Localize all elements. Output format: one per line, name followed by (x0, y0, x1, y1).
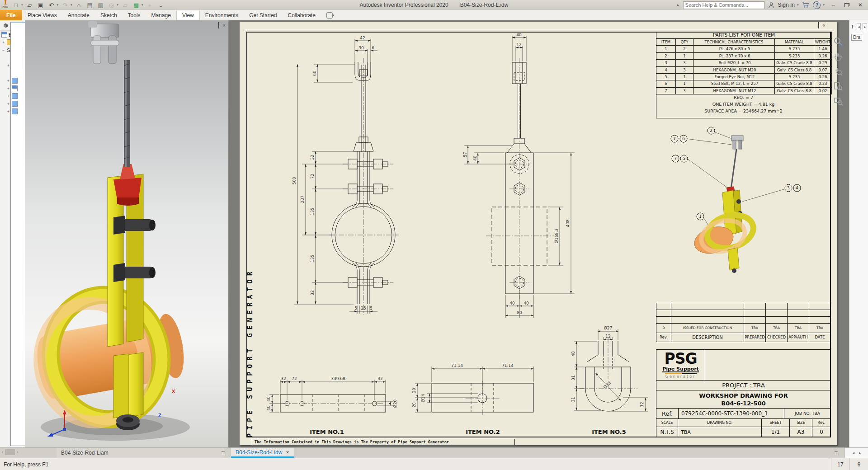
parts-list-row: 4 3 HEXAGONAL NUT M20 Galv. CS Class 8.8… (656, 67, 831, 74)
balloon: 4 (793, 184, 801, 192)
cart-icon[interactable] (802, 2, 809, 8)
browser-model-icon[interactable] (3, 23, 9, 28)
search-input[interactable] (683, 1, 764, 9)
person-icon (768, 2, 774, 8)
expand-icon[interactable]: + (6, 109, 10, 114)
model-3d-viewport[interactable]: X Z × (25, 20, 229, 447)
dim-label: 40 (266, 396, 271, 401)
tab-collaborate[interactable]: Collaborate (283, 10, 321, 20)
app-title: Autodesk Inventor Professional 2020 (360, 2, 448, 8)
tab-get-started[interactable]: Get Started (244, 10, 282, 20)
workshop-row: WORKSHOP DRAWING FOR B04-6-12-500 (656, 390, 831, 408)
collapse-icon[interactable]: − (1, 48, 5, 52)
drawing-viewport[interactable]: PIPE SUPPORT GENERATOR (229, 20, 849, 447)
move-icon[interactable]: + (146, 1, 154, 9)
tab-file[interactable]: File (0, 10, 22, 20)
redo-dropdown-icon[interactable]: ▾ (71, 3, 72, 7)
svg-text:2D: 2D (839, 43, 843, 47)
pipe-support-3d-model (25, 20, 228, 447)
doc-tab-drawing[interactable]: B04-Size-Rod-Lidw × (231, 448, 294, 458)
help-icon[interactable]: ? (813, 1, 821, 9)
redo-icon[interactable]: ↷ (61, 1, 69, 9)
appearance-icon[interactable]: ▩ (132, 1, 140, 9)
undo-icon[interactable]: ↶ (47, 1, 56, 9)
expand-icon[interactable]: + (6, 102, 10, 106)
drawing-window-close-icon[interactable]: × (823, 23, 826, 28)
tab-menu-icon[interactable]: ≡ (221, 449, 225, 456)
cell: 0.26 (814, 74, 831, 80)
parts-list-title: PARTS LIST FOR ONE ITEM (656, 32, 831, 39)
dim-label: 32 (310, 290, 315, 295)
doc-tab-model[interactable]: B04-Size-Rod-Liam (57, 448, 224, 458)
new-file-icon[interactable]: □ (12, 1, 20, 9)
bolt-lower-icon (116, 414, 140, 430)
disclaimer-bar: The Information Contained in This Drawin… (252, 439, 515, 445)
new-file-dropdown-icon[interactable]: ▾ (21, 3, 23, 7)
drawing-sheet[interactable]: PIPE SUPPORT GENERATOR (240, 22, 837, 445)
expand-icon[interactable]: + (6, 94, 10, 99)
pan-hand-icon[interactable] (832, 51, 844, 62)
sheet-next-icon[interactable]: ▸ (859, 451, 861, 455)
cell: 0.23 (814, 80, 831, 87)
panel-title-truncated: F (852, 24, 855, 29)
tab-scroll-left-icon[interactable]: ‹ (2, 450, 3, 455)
zoom-2d-icon[interactable]: 2D (832, 36, 844, 47)
zoom-window-icon[interactable] (832, 95, 844, 107)
expand-icon[interactable]: + (6, 86, 10, 91)
browser-child-item[interactable] (0, 69, 25, 77)
ribbon-options-icon[interactable]: ▾ (321, 10, 340, 20)
balloon: 5 (680, 155, 688, 163)
quick-access-toolbar: IPRO □▾ ▱ ▣ ↶▾ ↷▾ ⌂ ▤ ▥ ◎▾ ▱ ▩▾ + ⌄ (0, 1, 165, 9)
zoom-plus-icon[interactable] (832, 66, 844, 77)
zoom-sheet-icon[interactable] (832, 80, 844, 92)
update-icon[interactable]: ▱ (121, 1, 129, 9)
help-dropdown-icon[interactable]: ▾ (823, 3, 825, 7)
tab-place-views[interactable]: Place Views (22, 10, 62, 20)
expand-icon[interactable]: + (6, 63, 10, 68)
tab-sketch[interactable]: Sketch (95, 10, 123, 20)
tab-annotate[interactable]: Annotate (62, 10, 95, 20)
sheet-settings-icon[interactable]: ▥ (97, 1, 105, 9)
cell: 6 (656, 80, 676, 87)
sign-in-dropdown-icon[interactable]: ▾ (797, 3, 799, 7)
print-icon[interactable]: ▤ (86, 1, 94, 9)
model-window-restore-icon[interactable] (218, 23, 219, 28)
sign-in-button[interactable]: Sign In (778, 2, 795, 8)
cell: 0.29 (814, 60, 831, 66)
restore-button[interactable] (842, 1, 852, 9)
undo-dropdown-icon[interactable]: ▾ (57, 3, 59, 7)
cell: 4 (656, 67, 676, 73)
expand-icon[interactable]: + (6, 79, 10, 83)
home-icon[interactable]: ⌂ (75, 1, 83, 9)
open-icon[interactable]: ▱ (26, 1, 34, 9)
sheet-prev-icon[interactable]: ◂ (852, 451, 854, 455)
appearance-dropdown-icon[interactable]: ▾ (142, 3, 143, 7)
tab-manage[interactable]: Manage (146, 10, 176, 20)
tab-tools[interactable]: Tools (123, 10, 146, 20)
customize-qat-icon[interactable]: ⌄ (157, 1, 165, 9)
dim-label: 20 (412, 388, 416, 393)
grayed-tool-dropdown-icon[interactable]: ▾ (117, 3, 119, 7)
dim-label: 135 (310, 254, 315, 262)
panel-prev-icon[interactable]: ◂ (857, 23, 861, 30)
panel-next-icon[interactable]: ▸ (863, 23, 867, 30)
expand-icon[interactable]: + (1, 40, 5, 45)
revision-empty-row (656, 316, 831, 323)
minimize-button[interactable]: – (828, 1, 838, 9)
view-label-item1: ITEM NO.1 (310, 428, 344, 435)
drawing-window-restore-icon[interactable] (818, 23, 819, 28)
save-icon[interactable]: ▣ (37, 1, 45, 9)
model-window-close-icon[interactable]: × (223, 23, 226, 28)
tab-scroll-thumb[interactable] (5, 449, 15, 455)
grayed-tool-icon[interactable]: ◎ (108, 1, 116, 9)
search-expand-arrow-icon[interactable]: ▸ (677, 3, 679, 7)
inventor-logo-icon[interactable]: IPRO (2, 1, 9, 9)
tab-view[interactable]: View (176, 10, 200, 20)
cell: S-235 (775, 53, 814, 59)
tab-environments[interactable]: Environments (200, 10, 244, 20)
close-button[interactable]: ✕ (855, 1, 865, 9)
tab-menu-right-icon[interactable]: ≡ (834, 449, 838, 456)
tab-scroll-right-icon[interactable]: › (17, 450, 18, 455)
panel-dra-button[interactable]: Dra (851, 34, 862, 41)
doc-tab-close-icon[interactable]: × (286, 449, 289, 456)
